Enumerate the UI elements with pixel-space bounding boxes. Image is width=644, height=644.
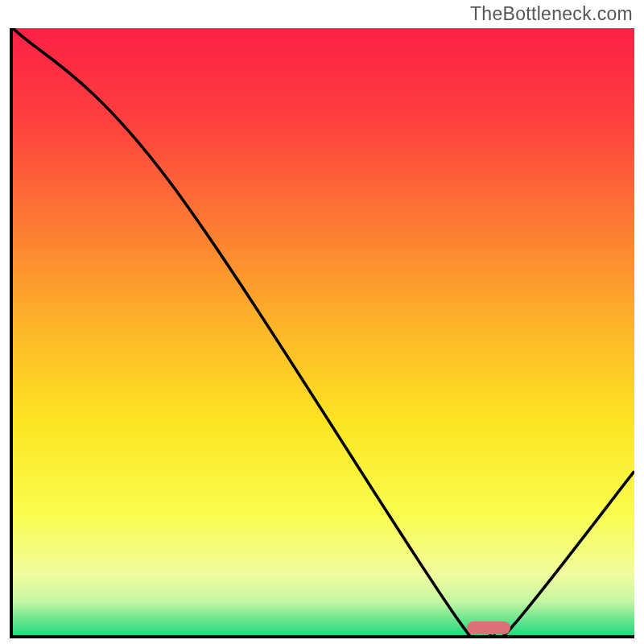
chart-container: TheBottleneck.com xyxy=(0,0,644,644)
plot-frame xyxy=(10,28,634,638)
optimal-marker xyxy=(467,621,510,634)
watermark-text: TheBottleneck.com xyxy=(470,3,633,25)
plot-area xyxy=(13,28,634,635)
bottleneck-curve xyxy=(13,28,634,635)
